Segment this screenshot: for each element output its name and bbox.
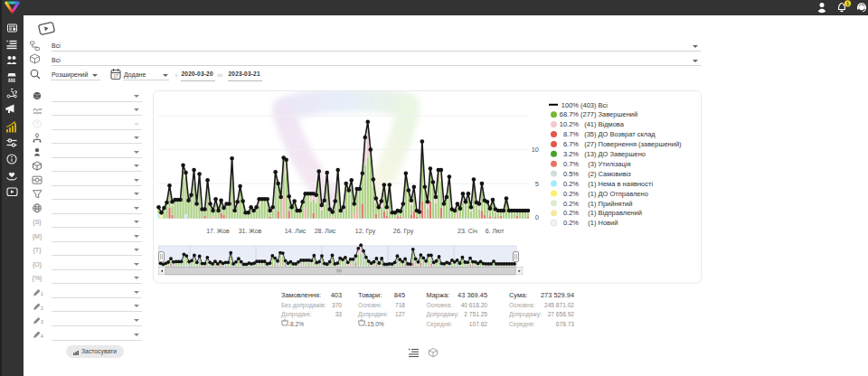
svg-text:(1): (1) — [588, 219, 597, 227]
svg-text:Нема в наявності: Нема в наявності — [599, 180, 654, 188]
svg-text:(35): (35) — [584, 130, 597, 138]
svg-text:{S}: {S} — [33, 219, 42, 226]
svg-text:(3): (3) — [588, 160, 597, 168]
svg-text:Новий: Новий — [599, 219, 618, 227]
svg-text:{%}: {%} — [33, 275, 43, 282]
svg-text:0.2%: 0.2% — [563, 180, 579, 188]
svg-text:(2): (2) — [588, 170, 597, 178]
svg-text:(27): (27) — [584, 140, 597, 148]
svg-text:ДО Отправлено: ДО Отправлено — [599, 190, 648, 198]
svg-text:{M}: {M} — [33, 233, 42, 240]
svg-text:(403): (403) — [580, 101, 597, 109]
svg-text:23. Січ: 23. Січ — [458, 228, 477, 234]
svg-text:0.2%: 0.2% — [563, 200, 579, 208]
svg-text:68.7%: 68.7% — [560, 110, 580, 118]
svg-text:6. Лют: 6. Лют — [486, 228, 505, 234]
svg-text:(41): (41) — [584, 120, 597, 128]
svg-text:{O}: {O} — [33, 261, 42, 268]
svg-text:10.2%: 10.2% — [560, 120, 580, 128]
svg-text:Утилізація: Утилізація — [599, 160, 631, 168]
svg-text:12. Гру: 12. Гру — [355, 228, 376, 235]
svg-text:28. Лис: 28. Лис — [315, 228, 336, 234]
svg-text:17: 17 — [113, 74, 118, 79]
svg-text:0.2%: 0.2% — [563, 209, 579, 217]
svg-text:ДО Завершено: ДО Завершено — [599, 150, 646, 158]
svg-text:10: 10 — [532, 146, 539, 154]
svg-text:26. Гру: 26. Гру — [393, 228, 414, 235]
svg-text:14. Лис: 14. Лис — [285, 228, 307, 234]
svg-text:0.7%: 0.7% — [563, 160, 579, 168]
svg-text:Завершений: Завершений — [599, 110, 638, 118]
svg-text:ДО Возврат склад: ДО Возврат склад — [599, 130, 656, 138]
svg-text:17. Жов: 17. Жов — [206, 228, 230, 234]
svg-text:0.2%: 0.2% — [563, 190, 579, 198]
svg-text:?: ? — [35, 121, 39, 127]
svg-text:Самовивіз: Самовивіз — [599, 170, 632, 178]
svg-text:(1): (1) — [588, 190, 597, 198]
svg-text:31. Жов: 31. Жов — [239, 228, 262, 234]
svg-text:8.7%: 8.7% — [563, 130, 579, 138]
svg-text:(277): (277) — [580, 110, 597, 118]
svg-text:3.2%: 3.2% — [563, 150, 579, 158]
svg-text:Відправлений: Відправлений — [599, 209, 642, 217]
svg-text:0: 0 — [535, 213, 539, 221]
svg-text:(13): (13) — [584, 150, 597, 158]
svg-text:Відмова: Відмова — [599, 120, 625, 128]
svg-text:(1): (1) — [588, 200, 597, 208]
svg-text:Повернення (завершений): Повернення (завершений) — [599, 140, 683, 148]
svg-text:Всі: Всі — [599, 101, 609, 109]
svg-text:{T}: {T} — [33, 247, 42, 254]
svg-text:100%: 100% — [561, 101, 580, 109]
svg-text:Прийнятий: Прийнятий — [599, 200, 633, 208]
svg-text:0.2%: 0.2% — [563, 219, 579, 227]
svg-text:(1): (1) — [588, 209, 597, 217]
svg-text:0.5%: 0.5% — [563, 170, 579, 178]
svg-text:6.7%: 6.7% — [563, 140, 579, 148]
svg-text:5: 5 — [535, 180, 539, 188]
svg-text:4: 4 — [41, 334, 43, 339]
svg-text:(1): (1) — [588, 180, 597, 188]
